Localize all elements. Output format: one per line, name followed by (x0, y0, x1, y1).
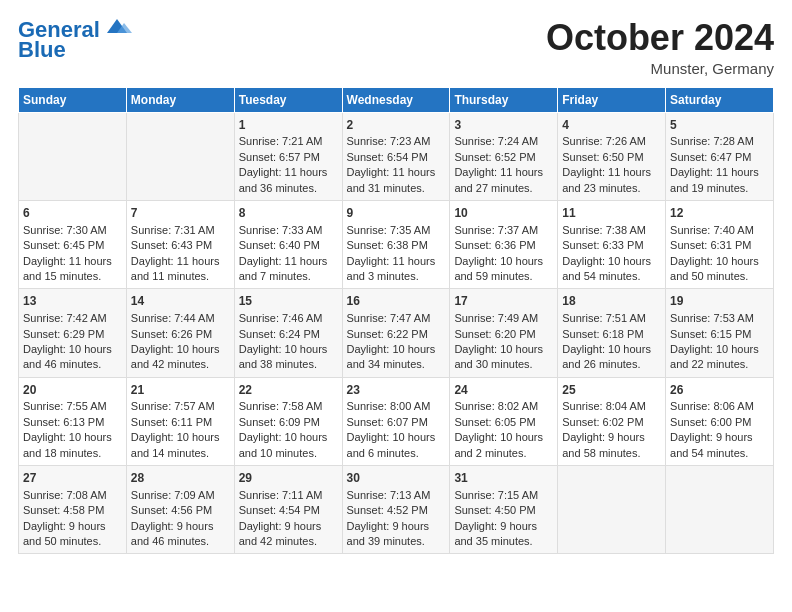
daylight-text: Daylight: 11 hours and 31 minutes. (347, 166, 436, 193)
sunrise-text: Sunrise: 7:57 AM (131, 400, 215, 412)
day-number: 4 (562, 117, 661, 134)
day-number: 14 (131, 293, 230, 310)
sunset-text: Sunset: 6:40 PM (239, 239, 320, 251)
calendar-cell: 13Sunrise: 7:42 AMSunset: 6:29 PMDayligh… (19, 289, 127, 377)
calendar-cell: 25Sunrise: 8:04 AMSunset: 6:02 PMDayligh… (558, 377, 666, 465)
col-saturday: Saturday (666, 87, 774, 112)
title-block: October 2024 Munster, Germany (546, 18, 774, 77)
calendar-cell: 17Sunrise: 7:49 AMSunset: 6:20 PMDayligh… (450, 289, 558, 377)
sunrise-text: Sunrise: 7:46 AM (239, 312, 323, 324)
calendar-cell: 20Sunrise: 7:55 AMSunset: 6:13 PMDayligh… (19, 377, 127, 465)
calendar-cell: 24Sunrise: 8:02 AMSunset: 6:05 PMDayligh… (450, 377, 558, 465)
sunset-text: Sunset: 4:54 PM (239, 504, 320, 516)
day-number: 24 (454, 382, 553, 399)
daylight-text: Daylight: 11 hours and 11 minutes. (131, 255, 220, 282)
calendar-week-row: 6Sunrise: 7:30 AMSunset: 6:45 PMDaylight… (19, 200, 774, 288)
day-number: 26 (670, 382, 769, 399)
sunrise-text: Sunrise: 8:06 AM (670, 400, 754, 412)
day-number: 23 (347, 382, 446, 399)
daylight-text: Daylight: 10 hours and 59 minutes. (454, 255, 543, 282)
sunrise-text: Sunrise: 7:30 AM (23, 224, 107, 236)
col-friday: Friday (558, 87, 666, 112)
day-number: 17 (454, 293, 553, 310)
sunset-text: Sunset: 6:09 PM (239, 416, 320, 428)
sunrise-text: Sunrise: 7:35 AM (347, 224, 431, 236)
daylight-text: Daylight: 11 hours and 19 minutes. (670, 166, 759, 193)
daylight-text: Daylight: 11 hours and 36 minutes. (239, 166, 328, 193)
daylight-text: Daylight: 11 hours and 23 minutes. (562, 166, 651, 193)
daylight-text: Daylight: 11 hours and 15 minutes. (23, 255, 112, 282)
col-tuesday: Tuesday (234, 87, 342, 112)
calendar-cell: 1Sunrise: 7:21 AMSunset: 6:57 PMDaylight… (234, 112, 342, 200)
daylight-text: Daylight: 9 hours and 46 minutes. (131, 520, 214, 547)
daylight-text: Daylight: 10 hours and 10 minutes. (239, 431, 328, 458)
sunrise-text: Sunrise: 7:08 AM (23, 489, 107, 501)
sunset-text: Sunset: 6:05 PM (454, 416, 535, 428)
calendar-cell: 16Sunrise: 7:47 AMSunset: 6:22 PMDayligh… (342, 289, 450, 377)
sunrise-text: Sunrise: 8:04 AM (562, 400, 646, 412)
sunset-text: Sunset: 6:38 PM (347, 239, 428, 251)
logo-icon (102, 17, 132, 37)
sunrise-text: Sunrise: 7:44 AM (131, 312, 215, 324)
day-number: 12 (670, 205, 769, 222)
daylight-text: Daylight: 10 hours and 26 minutes. (562, 343, 651, 370)
sunrise-text: Sunrise: 7:37 AM (454, 224, 538, 236)
daylight-text: Daylight: 10 hours and 46 minutes. (23, 343, 112, 370)
day-number: 19 (670, 293, 769, 310)
daylight-text: Daylight: 11 hours and 7 minutes. (239, 255, 328, 282)
day-number: 27 (23, 470, 122, 487)
sunrise-text: Sunrise: 7:23 AM (347, 135, 431, 147)
sunrise-text: Sunrise: 7:40 AM (670, 224, 754, 236)
calendar-cell: 11Sunrise: 7:38 AMSunset: 6:33 PMDayligh… (558, 200, 666, 288)
day-number: 9 (347, 205, 446, 222)
page-container: General Blue October 2024 Munster, Germa… (0, 0, 792, 564)
calendar-cell: 7Sunrise: 7:31 AMSunset: 6:43 PMDaylight… (126, 200, 234, 288)
sunrise-text: Sunrise: 7:49 AM (454, 312, 538, 324)
daylight-text: Daylight: 9 hours and 42 minutes. (239, 520, 322, 547)
day-number: 16 (347, 293, 446, 310)
sunset-text: Sunset: 6:00 PM (670, 416, 751, 428)
calendar-cell: 15Sunrise: 7:46 AMSunset: 6:24 PMDayligh… (234, 289, 342, 377)
calendar-cell (666, 466, 774, 554)
daylight-text: Daylight: 10 hours and 30 minutes. (454, 343, 543, 370)
sunset-text: Sunset: 4:52 PM (347, 504, 428, 516)
calendar-table: Sunday Monday Tuesday Wednesday Thursday… (18, 87, 774, 555)
daylight-text: Daylight: 10 hours and 50 minutes. (670, 255, 759, 282)
sunset-text: Sunset: 6:50 PM (562, 151, 643, 163)
sunrise-text: Sunrise: 7:55 AM (23, 400, 107, 412)
calendar-week-row: 13Sunrise: 7:42 AMSunset: 6:29 PMDayligh… (19, 289, 774, 377)
calendar-cell: 3Sunrise: 7:24 AMSunset: 6:52 PMDaylight… (450, 112, 558, 200)
day-number: 8 (239, 205, 338, 222)
sunset-text: Sunset: 4:56 PM (131, 504, 212, 516)
location: Munster, Germany (546, 60, 774, 77)
calendar-cell: 14Sunrise: 7:44 AMSunset: 6:26 PMDayligh… (126, 289, 234, 377)
day-number: 25 (562, 382, 661, 399)
calendar-week-row: 20Sunrise: 7:55 AMSunset: 6:13 PMDayligh… (19, 377, 774, 465)
day-number: 30 (347, 470, 446, 487)
header: General Blue October 2024 Munster, Germa… (18, 18, 774, 77)
logo-blue-text: Blue (18, 37, 66, 62)
calendar-cell: 21Sunrise: 7:57 AMSunset: 6:11 PMDayligh… (126, 377, 234, 465)
calendar-cell: 8Sunrise: 7:33 AMSunset: 6:40 PMDaylight… (234, 200, 342, 288)
day-number: 28 (131, 470, 230, 487)
daylight-text: Daylight: 9 hours and 39 minutes. (347, 520, 430, 547)
calendar-cell: 5Sunrise: 7:28 AMSunset: 6:47 PMDaylight… (666, 112, 774, 200)
daylight-text: Daylight: 10 hours and 18 minutes. (23, 431, 112, 458)
sunset-text: Sunset: 6:26 PM (131, 328, 212, 340)
day-number: 31 (454, 470, 553, 487)
daylight-text: Daylight: 11 hours and 27 minutes. (454, 166, 543, 193)
sunset-text: Sunset: 6:47 PM (670, 151, 751, 163)
calendar-cell: 4Sunrise: 7:26 AMSunset: 6:50 PMDaylight… (558, 112, 666, 200)
sunset-text: Sunset: 6:31 PM (670, 239, 751, 251)
sunset-text: Sunset: 6:52 PM (454, 151, 535, 163)
daylight-text: Daylight: 10 hours and 38 minutes. (239, 343, 328, 370)
calendar-cell (558, 466, 666, 554)
sunrise-text: Sunrise: 7:53 AM (670, 312, 754, 324)
calendar-cell: 31Sunrise: 7:15 AMSunset: 4:50 PMDayligh… (450, 466, 558, 554)
calendar-cell: 23Sunrise: 8:00 AMSunset: 6:07 PMDayligh… (342, 377, 450, 465)
sunset-text: Sunset: 6:07 PM (347, 416, 428, 428)
sunset-text: Sunset: 6:02 PM (562, 416, 643, 428)
daylight-text: Daylight: 9 hours and 54 minutes. (670, 431, 753, 458)
sunset-text: Sunset: 4:58 PM (23, 504, 104, 516)
sunset-text: Sunset: 6:24 PM (239, 328, 320, 340)
